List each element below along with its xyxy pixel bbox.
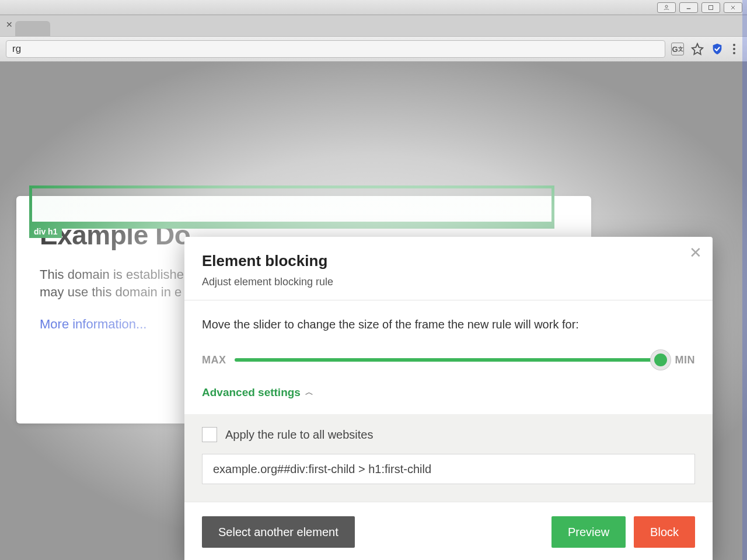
url-text: rg <box>12 43 21 55</box>
toolbar: rg G文 <box>0 36 747 62</box>
account-icon[interactable] <box>657 2 676 13</box>
shield-extension-icon[interactable] <box>711 43 724 55</box>
page-viewport: Example Do This domain is establishe may… <box>0 62 747 560</box>
tab-strip: ✕ <box>0 15 747 36</box>
bookmark-star-icon[interactable] <box>691 43 704 55</box>
slider-row: MAX MIN <box>202 351 695 369</box>
window-right-edge <box>742 0 747 560</box>
address-bar[interactable]: rg <box>6 40 665 58</box>
svg-rect-2 <box>709 5 713 9</box>
modal-header: Element blocking Adjust element blocking… <box>184 237 713 300</box>
advanced-settings-toggle[interactable]: Advanced settings ︿ <box>202 386 695 399</box>
slider-min-label: MIN <box>675 354 696 366</box>
preview-button[interactable]: Preview <box>551 516 626 548</box>
tab-close-icon[interactable]: ✕ <box>6 20 13 29</box>
minimize-button[interactable] <box>679 2 698 13</box>
menu-kebab-icon[interactable] <box>731 41 738 57</box>
close-window-button[interactable] <box>724 2 742 13</box>
slider-instruction: Move the slider to change the size of th… <box>202 318 695 331</box>
close-icon[interactable]: ✕ <box>689 245 702 260</box>
element-blocking-modal: Element blocking Adjust element blocking… <box>184 237 713 560</box>
more-info-link[interactable]: More information... <box>40 317 146 331</box>
rule-text-input[interactable] <box>202 454 695 484</box>
advanced-settings-label: Advanced settings <box>202 386 301 399</box>
advanced-panel: Apply the rule to all websites <box>184 414 713 502</box>
slider-max-label: MAX <box>202 354 226 366</box>
element-selection-highlight <box>29 186 554 229</box>
select-another-button[interactable]: Select another element <box>202 516 355 548</box>
toolbar-actions: G文 <box>671 41 738 57</box>
selection-tag-label: div h1 <box>29 225 62 238</box>
modal-footer: Select another element Preview Block <box>184 502 713 560</box>
window-titlebar <box>0 0 747 15</box>
apply-all-checkbox[interactable] <box>202 427 217 442</box>
modal-title: Element blocking <box>202 252 695 270</box>
apply-all-row: Apply the rule to all websites <box>202 427 695 442</box>
modal-subtitle: Adjust element blocking rule <box>202 276 695 288</box>
svg-point-0 <box>665 5 668 8</box>
translate-icon[interactable]: G文 <box>671 43 684 55</box>
slider-thumb[interactable] <box>651 350 671 370</box>
browser-window: ✕ rg G文 Example Do This domain is establ… <box>0 0 747 560</box>
block-button[interactable]: Block <box>634 516 695 548</box>
maximize-button[interactable] <box>701 2 720 13</box>
frame-size-slider[interactable] <box>235 351 667 369</box>
modal-body: Move the slider to change the size of th… <box>184 300 713 414</box>
chevron-up-icon: ︿ <box>305 387 313 398</box>
svg-rect-1 <box>687 8 691 9</box>
apply-all-label: Apply the rule to all websites <box>225 428 373 442</box>
slider-track <box>235 358 667 362</box>
browser-tab[interactable] <box>15 21 50 36</box>
